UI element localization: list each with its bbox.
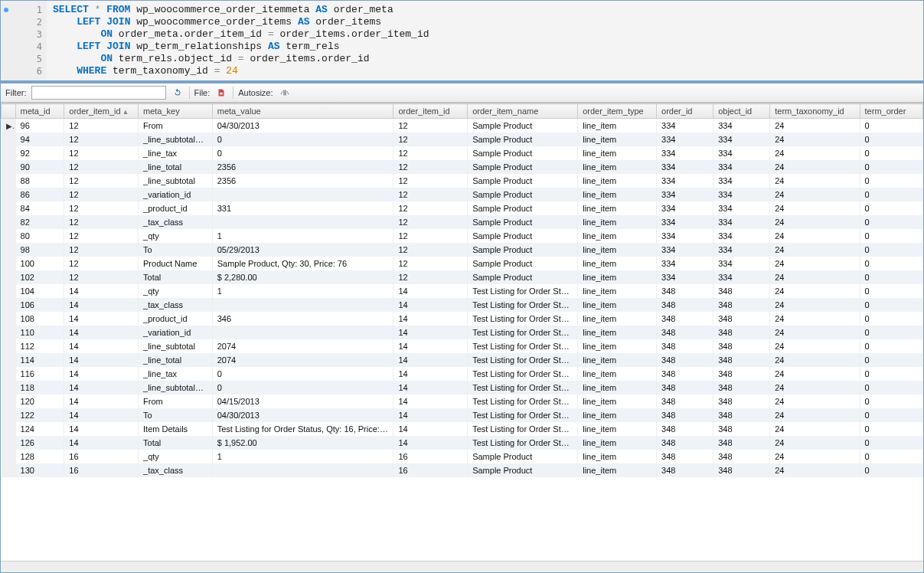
cell[interactable]: 334 <box>657 243 713 257</box>
cell[interactable]: _line_subtotal_tax <box>139 381 213 395</box>
cell[interactable]: 14 <box>393 298 468 312</box>
cell[interactable]: Test Listing for Order Status <box>468 326 578 339</box>
cell[interactable]: 12 <box>64 270 139 284</box>
cell[interactable]: 348 <box>713 436 770 450</box>
cell[interactable]: 0 <box>860 381 922 395</box>
cell[interactable]: 24 <box>770 312 860 326</box>
table-row[interactable]: 9212_line_tax012Sample Productline_item3… <box>2 146 923 160</box>
code-line[interactable]: LEFT JOIN wp_woocommerce_order_items AS … <box>53 16 917 28</box>
cell[interactable]: Total <box>139 436 213 450</box>
cell[interactable]: 334 <box>657 119 713 133</box>
cell[interactable]: 348 <box>657 436 713 450</box>
cell[interactable]: 80 <box>15 229 64 243</box>
cell[interactable]: 348 <box>713 450 770 463</box>
cell[interactable]: _line_subtotal_tax <box>139 133 213 146</box>
cell[interactable]: Sample Product <box>468 160 578 174</box>
column-header[interactable]: term_order <box>860 104 922 119</box>
export-button[interactable] <box>214 86 228 100</box>
cell[interactable]: line_item <box>578 326 657 339</box>
cell[interactable]: line_item <box>578 450 657 463</box>
column-header[interactable]: meta_id <box>15 104 64 119</box>
cell[interactable]: 0 <box>860 146 922 160</box>
cell[interactable]: 334 <box>713 257 770 270</box>
cell[interactable]: line_item <box>578 298 657 312</box>
column-header[interactable]: order_item_id <box>393 104 468 119</box>
code-line[interactable]: SELECT * FROM wp_woocommerce_order_itemm… <box>53 4 917 16</box>
code-line[interactable]: LEFT JOIN wp_term_relationships AS term_… <box>53 41 917 53</box>
cell[interactable]: line_item <box>578 270 657 284</box>
cell[interactable]: 24 <box>770 339 860 353</box>
cell[interactable]: 24 <box>770 326 860 339</box>
cell[interactable]: Total <box>139 270 213 284</box>
refresh-button[interactable] <box>171 86 184 100</box>
cell[interactable]: 348 <box>657 339 713 353</box>
cell[interactable]: 12 <box>393 201 468 215</box>
cell[interactable]: 128 <box>15 450 64 463</box>
cell[interactable]: 112 <box>15 339 64 353</box>
cell[interactable]: 334 <box>713 160 770 174</box>
cell[interactable]: 14 <box>64 436 139 450</box>
cell[interactable]: line_item <box>578 257 657 270</box>
table-row[interactable]: 9812To05/29/201312Sample Productline_ite… <box>2 243 923 257</box>
cell[interactable]: 12 <box>64 229 139 243</box>
cell[interactable]: 348 <box>657 381 713 395</box>
cell[interactable]: 348 <box>713 339 770 353</box>
cell[interactable]: 12 <box>393 174 468 188</box>
horizontal-scrollbar[interactable] <box>1 561 923 572</box>
table-row[interactable]: 12414Item DetailsTest Listing for Order … <box>2 422 923 436</box>
cell[interactable]: $ 1,952.00 <box>212 436 393 450</box>
cell[interactable]: 12 <box>64 160 139 174</box>
code-line[interactable]: ON order_meta.order_item_id = order_item… <box>53 28 917 41</box>
cell[interactable]: 24 <box>770 119 860 133</box>
cell[interactable]: 16 <box>64 450 139 463</box>
column-header[interactable]: meta_key <box>139 104 213 119</box>
cell[interactable]: line_item <box>578 395 657 408</box>
table-row[interactable]: 10414_qty114Test Listing for Order Statu… <box>2 284 923 298</box>
cell[interactable]: 14 <box>64 298 139 312</box>
cell[interactable]: 0 <box>212 367 393 381</box>
cell[interactable]: 348 <box>657 422 713 436</box>
table-row[interactable]: 12614Total$ 1,952.0014Test Listing for O… <box>2 436 923 450</box>
table-row[interactable]: 11814_line_subtotal_tax014Test Listing f… <box>2 381 923 395</box>
code-line[interactable]: WHERE term_taxonomy_id = 24 <box>53 65 917 77</box>
cell[interactable]: 0 <box>860 395 922 408</box>
cell[interactable]: 12 <box>64 243 139 257</box>
cell[interactable]: 24 <box>770 201 860 215</box>
cell[interactable]: _variation_id <box>139 326 213 339</box>
cell[interactable]: line_item <box>578 381 657 395</box>
cell[interactable]: 24 <box>770 270 860 284</box>
cell[interactable]: 16 <box>393 463 468 477</box>
cell[interactable]: line_item <box>578 422 657 436</box>
cell[interactable]: line_item <box>578 463 657 477</box>
cell[interactable]: 348 <box>713 367 770 381</box>
cell[interactable]: 12 <box>393 257 468 270</box>
cell[interactable]: 1 <box>212 284 393 298</box>
cell[interactable]: 24 <box>770 463 860 477</box>
cell[interactable]: 334 <box>657 229 713 243</box>
cell[interactable]: 12 <box>64 119 139 133</box>
cell[interactable]: 334 <box>657 160 713 174</box>
cell[interactable]: Sample Product <box>468 243 578 257</box>
cell[interactable]: 348 <box>657 326 713 339</box>
cell[interactable]: 110 <box>15 326 64 339</box>
cell[interactable]: To <box>139 243 213 257</box>
cell[interactable]: 130 <box>15 463 64 477</box>
cell[interactable]: 348 <box>713 353 770 367</box>
cell[interactable]: _tax_class <box>139 298 213 312</box>
cell[interactable]: 14 <box>393 395 468 408</box>
cell[interactable]: Test Listing for Order Status <box>468 436 578 450</box>
cell[interactable]: _line_tax <box>139 367 213 381</box>
column-header[interactable]: order_item_type <box>578 104 657 119</box>
cell[interactable] <box>212 188 393 201</box>
cell[interactable]: Test Listing for Order Status <box>468 298 578 312</box>
cell[interactable]: 102 <box>15 270 64 284</box>
cell[interactable]: Sample Product <box>468 133 578 146</box>
cell[interactable]: 24 <box>770 174 860 188</box>
cell[interactable]: 24 <box>770 395 860 408</box>
cell[interactable]: 334 <box>713 229 770 243</box>
cell[interactable]: 24 <box>770 133 860 146</box>
cell[interactable]: _line_total <box>139 353 213 367</box>
cell[interactable]: 2074 <box>212 339 393 353</box>
cell[interactable]: Sample Product <box>468 146 578 160</box>
cell[interactable]: From <box>139 119 213 133</box>
